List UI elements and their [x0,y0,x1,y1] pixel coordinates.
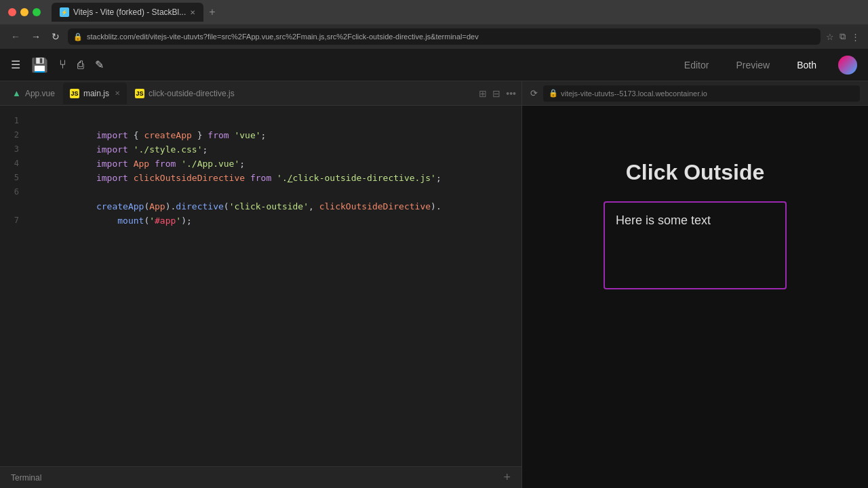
tab-actions: ⊞ ⊟ ••• [479,88,516,99]
line-num-2: 2 [0,128,27,142]
browser-tab-bar: ⚡ Vitejs - Vite (forked) - StackBl... ✕ … [52,3,860,22]
terminal-bar[interactable]: Terminal + [0,466,521,488]
browser-tab[interactable]: ⚡ Vitejs - Vite (forked) - StackBl... ✕ [52,3,203,22]
menu-button[interactable]: ☰ [11,58,20,71]
tab-close-main-js[interactable]: ✕ [115,89,120,97]
preview-lock-icon: 🔒 [549,89,558,98]
tab-close-button[interactable]: ✕ [190,9,195,16]
nav-icons: ☆ ⧉ ⋮ [826,31,860,42]
share-button[interactable]: ⎙ [77,59,84,71]
save-button[interactable]: 💾 [31,57,48,73]
tab-main-js[interactable]: JS main.js ✕ [63,83,127,104]
toolbar-left: ☰ 💾 ⑂ ⎙ ✎ [11,57,104,73]
close-window-button[interactable] [8,8,16,16]
preview-content: Click Outside Here is some text [522,106,868,488]
tab-label-app-vue: App.vue [25,89,55,98]
settings-icon[interactable]: ⋮ [851,32,860,42]
preview-url-text: vitejs-vite-utuvts--5173.local.webcontai… [561,89,707,98]
tab-app-vue[interactable]: ▲ App.vue [5,83,62,104]
toolbar-right: Editor Preview Both [679,56,857,75]
js-icon: JS [70,89,79,98]
preview-title: Click Outside [626,160,765,185]
bookmark-icon[interactable]: ☆ [826,32,834,42]
maximize-window-button[interactable] [33,8,41,16]
extensions-icon[interactable]: ⧉ [840,31,846,42]
browser-chrome: ⚡ Vitejs - Vite (forked) - StackBl... ✕ … [0,0,868,49]
app: ☰ 💾 ⑂ ⎙ ✎ Editor Preview Both ▲ App.vue … [0,49,868,488]
user-avatar[interactable] [838,56,857,75]
line-num-5: 5 [0,171,27,185]
tab-label-main-js: main.js [83,89,109,98]
lock-icon: 🔒 [73,33,83,41]
browser-titlebar: ⚡ Vitejs - Vite (forked) - StackBl... ✕ … [0,0,868,24]
both-button[interactable]: Both [791,57,822,73]
click-outside-box[interactable]: Here is some text [604,201,787,289]
tab-title: Vitejs - Vite (forked) - StackBl... [73,7,186,17]
file-tabs: ▲ App.vue JS main.js ✕ JS click-outside-… [0,81,521,106]
js-icon-2: JS [135,89,144,98]
preview-refresh-button[interactable]: ⟳ [530,88,538,98]
code-line-1: import { createApp } from 'vue'; [33,114,521,128]
code-lines: import { createApp } from 'vue'; import … [27,106,521,466]
box-text: Here is some text [616,214,711,227]
address-bar[interactable]: 🔒 stackblitz.com/edit/vitejs-vite-utuvts… [68,28,821,45]
line-num-7 [0,199,27,214]
preview-url-bar[interactable]: 🔒 vitejs-vite-utuvts--5173.local.webcont… [543,85,860,102]
back-button[interactable]: ← [8,30,23,43]
more-options-button[interactable]: ••• [506,88,516,99]
reload-button[interactable]: ↻ [49,30,62,43]
toolbar: ☰ 💾 ⑂ ⎙ ✎ Editor Preview Both [0,49,868,81]
line-num-3: 3 [0,142,27,157]
tab-favicon: ⚡ [60,7,69,17]
forward-button[interactable]: → [28,30,43,43]
preview-address-bar: ⟳ 🔒 vitejs-vite-utuvts--5173.local.webco… [522,81,868,106]
new-tab-button[interactable]: + [209,6,215,18]
line-num-8: 7 [0,214,27,228]
traffic-lights [8,8,41,16]
split-view-button[interactable]: ⊞ [479,88,487,99]
line-num-4: 4 [0,157,27,171]
layout-button[interactable]: ⊟ [492,88,500,99]
preview-button[interactable]: Preview [730,57,775,73]
editor-button[interactable]: Editor [679,57,715,73]
tab-click-outside[interactable]: JS click-outside-directive.js [128,83,241,104]
line-num-6: 6 [0,185,27,199]
add-terminal-button[interactable]: + [503,470,511,485]
tab-label-click-outside: click-outside-directive.js [149,89,235,98]
preview-panel: ⟳ 🔒 vitejs-vite-utuvts--5173.local.webco… [522,81,868,488]
terminal-label: Terminal [11,473,41,483]
browser-nav: ← → ↻ 🔒 stackblitz.com/edit/vitejs-vite-… [0,24,868,49]
line-numbers: 1 2 3 4 5 6 7 [0,106,27,466]
code-line-6a: createApp(App).directive('click-outside'… [33,185,521,199]
minimize-window-button[interactable] [20,8,28,16]
git-icon[interactable]: ⑂ [59,58,66,72]
main-area: ▲ App.vue JS main.js ✕ JS click-outside-… [0,81,868,488]
vue-icon: ▲ [12,88,21,98]
editor-panel: ▲ App.vue JS main.js ✕ JS click-outside-… [0,81,522,488]
edit-button[interactable]: ✎ [95,58,104,71]
address-text: stackblitz.com/edit/vitejs-vite-utuvts?f… [87,33,479,41]
line-num-1: 1 [0,114,27,128]
code-editor[interactable]: 1 2 3 4 5 6 7 import { createApp } from … [0,106,521,466]
